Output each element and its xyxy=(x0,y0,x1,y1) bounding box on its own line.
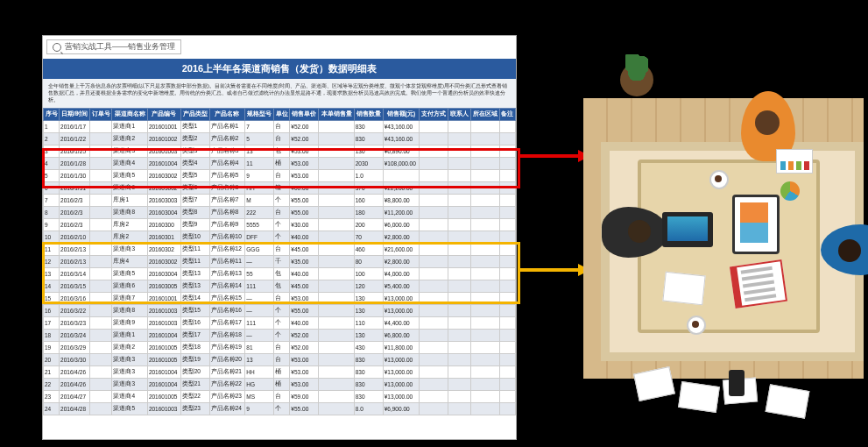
arrow-red xyxy=(519,154,589,158)
sheet-description: 全年销售量上千万条信息条的发票明细(以下只是发票数据中部分数据)。目前决策者需要… xyxy=(43,79,516,108)
table-cell: ¥30.00 xyxy=(290,218,319,231)
table-cell: 产品名称17 xyxy=(209,316,245,329)
table-cell xyxy=(499,194,515,206)
table-cell: 201601003 xyxy=(147,145,180,157)
table-cell: 渠道商3 xyxy=(112,243,147,255)
table-row: 192016/3/29渠道商2201601005类型18产品名称1981台¥52… xyxy=(44,341,516,353)
table-header-cell: 渠道商名称 xyxy=(112,108,147,120)
table-cell: 个 xyxy=(274,329,290,341)
table-cell: ¥40.00 xyxy=(290,231,319,243)
table-cell: 库房4 xyxy=(112,255,147,267)
table-cell: 库房2 xyxy=(112,218,147,231)
table-cell: ¥8,800.00 xyxy=(383,194,420,206)
table-cell: 13 xyxy=(245,353,274,365)
table-cell xyxy=(499,402,515,415)
table-cell: 包 xyxy=(274,145,290,157)
table-cell xyxy=(499,267,515,280)
table-cell: 111 xyxy=(245,316,274,329)
table-cell: 类型20 xyxy=(180,365,209,378)
table-cell xyxy=(420,341,448,353)
person-black xyxy=(602,207,668,258)
table-cell xyxy=(319,157,354,169)
bar-chart-icon xyxy=(776,149,813,174)
table-cell: — xyxy=(245,292,274,304)
table-row: 42016/1/28渠道商4201601004类型4产品名称411桶¥53.00… xyxy=(44,157,516,169)
table-cell: 130 xyxy=(354,329,383,341)
sheet-title: 2016上半年各渠道商销售（发货）数据明细表 xyxy=(43,59,516,79)
table-header-cell: 本单销售量 xyxy=(319,108,354,120)
table-cell: 台 xyxy=(274,341,290,353)
table-cell: 类型3 xyxy=(180,145,209,157)
table-cell xyxy=(420,169,448,181)
table-cell xyxy=(319,206,354,218)
table-cell: ¥13,000.00 xyxy=(383,304,420,316)
table-cell xyxy=(89,231,112,243)
table-cell: 2016/3/14 xyxy=(60,267,90,280)
table-cell: 渠道商5 xyxy=(112,267,147,280)
table-cell xyxy=(470,120,499,132)
table-cell xyxy=(448,243,471,255)
table-cell xyxy=(470,353,499,365)
table-cell: ¥6,000.00 xyxy=(383,218,420,231)
table-cell: 201601005 xyxy=(147,390,180,402)
table-cell xyxy=(420,402,448,415)
table-cell: 类型21 xyxy=(180,378,209,390)
table-cell: 7 xyxy=(44,194,60,206)
table-cell: 2016/3/24 xyxy=(60,329,90,341)
table-cell: 14 xyxy=(44,280,60,292)
spreadsheet-panel: 营销实战工具——销售业务管理 2016上半年各渠道商销售（发货）数据明细表 全年… xyxy=(42,35,517,440)
table-cell: 产品名称4 xyxy=(209,157,245,169)
table-row: 132016/3/14渠道商5201603004类型13产品名称1355包¥40… xyxy=(44,267,516,280)
meeting-illustration xyxy=(592,11,855,436)
papers-icon xyxy=(662,272,705,306)
table-cell: ¥13,000.00 xyxy=(383,353,420,365)
table-cell: 15 xyxy=(44,292,60,304)
table-cell: 渠道商4 xyxy=(112,390,147,402)
table-cell: ¥52.00 xyxy=(290,329,319,341)
table-cell: 160 xyxy=(354,194,383,206)
table-cell: — xyxy=(245,329,274,341)
table-cell xyxy=(448,132,471,145)
table-cell: ¥52.00 xyxy=(290,132,319,145)
table-cell xyxy=(89,243,112,255)
table-header-cell: 备注 xyxy=(499,108,515,120)
table-cell xyxy=(499,304,515,316)
table-header-cell: 产品类型 xyxy=(180,108,209,120)
table-cell xyxy=(319,378,354,390)
table-cell: ¥53.00 xyxy=(290,157,319,169)
table-cell: DFF xyxy=(245,231,274,243)
table-cell xyxy=(89,390,112,402)
table-cell: 120 xyxy=(354,280,383,292)
table-cell: 830 xyxy=(354,378,383,390)
table-cell xyxy=(448,218,471,231)
table-cell xyxy=(420,316,448,329)
table-cell: 10 xyxy=(44,231,60,243)
table-cell xyxy=(448,378,471,390)
table-cell xyxy=(470,378,499,390)
table-cell xyxy=(470,390,499,402)
table-cell xyxy=(448,341,471,353)
table-cell: ¥59.00 xyxy=(290,390,319,402)
table-cell xyxy=(470,267,499,280)
table-cell: 370 xyxy=(354,181,383,194)
table-cell xyxy=(319,243,354,255)
table-cell: 201601004 xyxy=(147,329,180,341)
table-cell: 渠道商4 xyxy=(112,157,147,169)
table-cell: 18 xyxy=(44,329,60,341)
search-box[interactable]: 营销实战工具——销售业务管理 xyxy=(46,39,181,54)
table-cell: 8.0 xyxy=(354,402,383,415)
table-cell: MS xyxy=(245,390,274,402)
table-cell: 201601003 xyxy=(147,316,180,329)
table-cell: 渠道商1 xyxy=(112,329,147,341)
table-header-cell: 日期/时间 xyxy=(60,108,90,120)
table-cell xyxy=(420,132,448,145)
table-cell: 类型13 xyxy=(180,267,209,280)
table-cell xyxy=(499,169,515,181)
table-cell: 110 xyxy=(354,316,383,329)
table-cell: 201603002 xyxy=(147,169,180,181)
table-header-cell: 销售额(元) xyxy=(383,108,420,120)
table-cell xyxy=(319,120,354,132)
table-cell: 6 xyxy=(44,181,60,194)
table-cell xyxy=(499,329,515,341)
table-cell: 渠道商5 xyxy=(112,169,147,181)
